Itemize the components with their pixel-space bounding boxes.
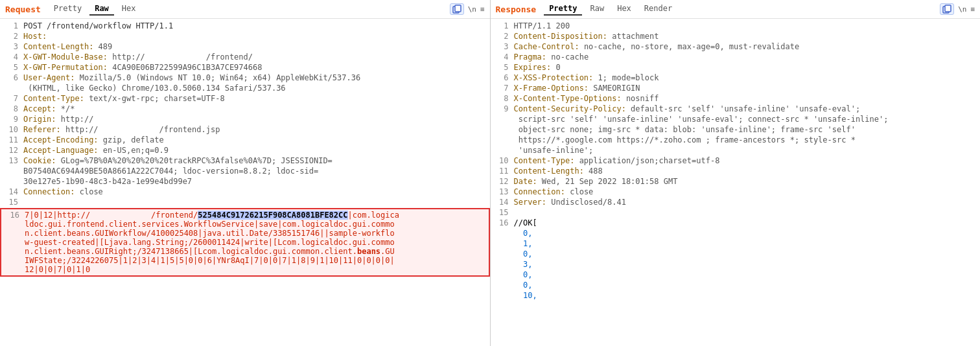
response-menu-icon[interactable]: ≡ bbox=[970, 5, 975, 14]
response-newline-icon: \n bbox=[958, 5, 966, 14]
response-line-9e: 'unsafe-inline'; bbox=[491, 146, 981, 156]
response-line-12: 12 Date: Wed, 21 Sep 2022 18:01:58 GMT bbox=[491, 177, 981, 187]
tab-request-pretty[interactable]: Pretty bbox=[49, 3, 87, 16]
tab-request-hex[interactable]: Hex bbox=[117, 3, 141, 16]
tab-response-pretty[interactable]: Pretty bbox=[544, 3, 582, 16]
tab-response-raw[interactable]: Raw bbox=[585, 3, 609, 16]
request-line-15: 15 bbox=[0, 198, 490, 208]
response-line-4: 4 Pragma: no-cache bbox=[491, 52, 981, 63]
request-menu-icon[interactable]: ≡ bbox=[480, 5, 485, 14]
response-line-r6: 0, bbox=[491, 281, 981, 291]
response-line-2: 2 Content-Disposition: attachment bbox=[491, 32, 981, 42]
request-line-7: 7 Content-Type: text/x-gwt-rpc; charset=… bbox=[0, 94, 490, 104]
response-line-r7: 10, bbox=[491, 291, 981, 301]
response-line-13: 13 Connection: close bbox=[491, 187, 981, 198]
svg-rect-3 bbox=[945, 5, 951, 12]
tab-response-render[interactable]: Render bbox=[639, 3, 677, 16]
request-line-13c: 30e127e5-1b90-48c3-b42a-1e99e4bd99e7 bbox=[0, 177, 490, 187]
response-line-1: 1 HTTP/1.1 200 bbox=[491, 21, 981, 32]
request-tabs: Pretty Raw Hex bbox=[49, 3, 450, 16]
request-content[interactable]: 1 POST /frontend/workflow HTTP/1.1 2 Hos… bbox=[0, 19, 490, 346]
request-line-6: 6 User-Agent: Mozilla/5.0 (Windows NT 10… bbox=[0, 73, 490, 84]
response-toolbar: \n ≡ bbox=[940, 3, 975, 15]
request-newline-icon: \n bbox=[468, 5, 476, 14]
request-panel: Request Pretty Raw Hex \n ≡ 1 bbox=[0, 0, 491, 346]
response-line-5: 5 Expires: 0 bbox=[491, 63, 981, 73]
request-line-13: 13 Cookie: GLog=%7B%0A%20%20%20%20trackR… bbox=[0, 156, 490, 167]
request-title: Request bbox=[5, 5, 41, 14]
request-header: Request Pretty Raw Hex \n ≡ bbox=[0, 0, 490, 19]
request-line-13b: B07540AC694A49BE50A8661A222C7044; ldoc-v… bbox=[0, 167, 490, 177]
request-line-16: 16 7|0|12|http:// /frontend/525484C91726… bbox=[0, 208, 490, 277]
response-line-10: 10 Content-Type: application/json;charse… bbox=[491, 156, 981, 167]
response-header: Response Pretty Raw Hex Render \n ≡ bbox=[491, 0, 981, 19]
response-line-16: 16 //OK[ bbox=[491, 218, 981, 229]
response-tabs: Pretty Raw Hex Render bbox=[544, 3, 940, 16]
response-line-r3: 0, bbox=[491, 249, 981, 260]
response-line-7: 7 X-Frame-Options: SAMEORIGIN bbox=[491, 84, 981, 94]
response-title: Response bbox=[496, 5, 537, 14]
response-line-3: 3 Cache-Control: no-cache, no-store, max… bbox=[491, 42, 981, 52]
request-line-2: 2 Host: bbox=[0, 32, 490, 42]
request-toolbar: \n ≡ bbox=[450, 3, 485, 15]
svg-rect-1 bbox=[455, 5, 461, 12]
tab-response-hex[interactable]: Hex bbox=[612, 3, 636, 16]
response-line-9b: script-src 'self' 'unsafe-inline' 'unsaf… bbox=[491, 115, 981, 125]
response-line-11: 11 Content-Length: 488 bbox=[491, 167, 981, 177]
tab-request-raw[interactable]: Raw bbox=[89, 3, 114, 16]
response-line-r5: 0, bbox=[491, 270, 981, 281]
request-line-4: 4 X-GWT-Module-Base: http:// /frontend/ bbox=[0, 52, 490, 63]
request-line-6b: (KHTML, like Gecko) Chrome/103.0.5060.13… bbox=[0, 84, 490, 94]
request-line-14: 14 Connection: close bbox=[0, 187, 490, 198]
response-copy-btn[interactable] bbox=[940, 3, 954, 15]
response-line-r2: 1, bbox=[491, 239, 981, 249]
response-line-14: 14 Server: Undisclosed/8.41 bbox=[491, 198, 981, 208]
response-line-8: 8 X-Content-Type-Options: nosniff bbox=[491, 94, 981, 104]
response-line-9d: https://*.google.com https://*.zoho.com … bbox=[491, 135, 981, 146]
response-line-9c: object-src none; img-src * data: blob: '… bbox=[491, 125, 981, 135]
request-line-3: 3 Content-Length: 489 bbox=[0, 42, 490, 52]
request-line-8: 8 Accept: */* bbox=[0, 104, 490, 115]
response-line-9: 9 Content-Security-Policy: default-src '… bbox=[491, 104, 981, 115]
response-line-r1: 0, bbox=[491, 229, 981, 239]
response-line-r4: 3, bbox=[491, 260, 981, 270]
response-line-6: 6 X-XSS-Protection: 1; mode=block bbox=[491, 73, 981, 84]
request-line-10: 10 Referer: http:// /frontend.jsp bbox=[0, 125, 490, 135]
request-line-1: 1 POST /frontend/workflow HTTP/1.1 bbox=[0, 21, 490, 32]
request-line-12: 12 Accept-Language: en-US,en;q=0.9 bbox=[0, 146, 490, 156]
request-line-11: 11 Accept-Encoding: gzip, deflate bbox=[0, 135, 490, 146]
request-line-5: 5 X-GWT-Permutation: 4CA90E06B722599A96C… bbox=[0, 63, 490, 73]
response-content[interactable]: 1 HTTP/1.1 200 2 Content-Disposition: at… bbox=[491, 19, 981, 346]
request-line-9: 9 Origin: http:// bbox=[0, 115, 490, 125]
response-line-15: 15 bbox=[491, 208, 981, 218]
request-copy-btn[interactable] bbox=[450, 3, 464, 15]
response-panel: Response Pretty Raw Hex Render \n ≡ bbox=[491, 0, 981, 346]
